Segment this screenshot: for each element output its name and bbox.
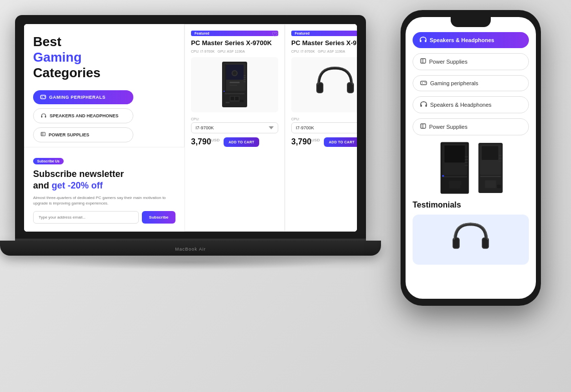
email-input[interactable] [33, 211, 139, 224]
phone-body: Speakers & Headphones Power Supplies Gam… [401, 10, 541, 306]
hero-title-best: Best [33, 34, 175, 50]
price-row-1: 3,790USD Add to Cart [191, 137, 278, 147]
category-label-gaming: Gaming Peripherals [49, 95, 106, 100]
products-area: Featured ♡ PC Master Series X-9700K CPU:… [184, 24, 357, 232]
svg-rect-34 [425, 40, 427, 43]
power-icon [41, 132, 46, 138]
product-specs-2: CPU: I7-9700K GPU: ASF 1190A [291, 50, 357, 53]
cpu-dropdown-1[interactable]: I7-9700K I9-9900K [191, 122, 278, 133]
cpu-label-1: CPU: [191, 117, 278, 121]
headphone-icon [41, 113, 47, 119]
phone-products-area [413, 140, 529, 195]
category-label-power: Power Supplies [49, 132, 89, 137]
svg-point-14 [233, 71, 237, 75]
svg-rect-61 [481, 146, 498, 160]
laptop-base: MacBook Air [0, 241, 381, 256]
category-btn-gaming-peripherals[interactable]: Gaming Peripherals [33, 90, 133, 104]
category-btn-power[interactable]: Power Supplies [33, 127, 133, 142]
product-specs-1: CPU: I7-9700K GPU: ASF 1190A [191, 50, 278, 53]
phone-headphone-icon-active [420, 37, 427, 44]
svg-rect-17 [225, 93, 245, 94]
testimonial-headphone-svg [451, 220, 491, 260]
add-to-cart-btn-1[interactable]: Add to Cart [224, 137, 259, 147]
featured-badge-2: Featured [291, 31, 357, 36]
svg-rect-71 [483, 239, 488, 248]
svg-rect-5 [41, 116, 43, 118]
svg-rect-33 [420, 40, 422, 43]
svg-rect-57 [460, 185, 466, 189]
phone-cat-label-power1: Power Supplies [429, 59, 467, 65]
subscribe-title-line2: and [33, 180, 52, 190]
laptop-screen-frame: Best Gaming Categories Gaming Peripheral… [15, 15, 366, 241]
phone-headphone-icon-2 [420, 101, 427, 108]
phone-cat-label-speakers-active: Speakers & Headphones [430, 37, 494, 43]
svg-rect-19 [231, 97, 234, 100]
phone-cat-btn-power1[interactable]: Power Supplies [413, 53, 529, 70]
svg-rect-21 [240, 100, 244, 102]
gamepad-icon [40, 94, 46, 100]
svg-rect-23 [225, 64, 226, 92]
svg-rect-20 [235, 97, 239, 100]
testimonial-card [413, 215, 529, 265]
product-title-1: PC Master Series X-9700K [191, 39, 278, 48]
svg-rect-43 [421, 105, 422, 107]
hero-title-categories: Categories [33, 65, 175, 81]
svg-rect-28 [224, 91, 225, 92]
phone-cat-label-gaming: Gaming peripherals [430, 80, 478, 86]
svg-rect-67 [497, 185, 501, 188]
phone-cat-btn-power2[interactable]: Power Supplies [413, 118, 529, 135]
subscribe-title-line1: Subscribe newsletter [33, 169, 124, 179]
svg-rect-55 [442, 176, 467, 177]
wishlist-icon-1[interactable]: ♡ [272, 31, 278, 39]
phone-power-icon-1 [420, 58, 426, 65]
phone-cat-btn-speakers2[interactable]: Speakers & Headphones [413, 96, 529, 113]
pc-tower-svg [220, 61, 250, 108]
svg-point-3 [44, 96, 45, 97]
svg-point-41 [425, 82, 426, 83]
category-label-speakers: Speakers and Headphones [50, 113, 118, 118]
product-price-1: 3,790USD [191, 137, 220, 146]
svg-rect-65 [480, 176, 501, 177]
hero-title-gaming: Gaming [33, 50, 175, 65]
product-title-2: PC Master Series X-9700K [291, 39, 357, 48]
product-image-1 [191, 57, 278, 112]
subscribe-section: Subscribe Us Subscribe newsletter and ge… [24, 147, 184, 232]
phone-cat-btn-gaming[interactable]: Gaming peripherals [413, 75, 529, 91]
svg-rect-44 [426, 105, 427, 107]
svg-point-42 [425, 82, 426, 83]
category-btn-speakers[interactable]: Speakers and Headphones [33, 108, 133, 123]
phone-gamepad-icon [420, 80, 427, 86]
phone-power-icon-2 [420, 123, 426, 130]
svg-rect-15 [230, 82, 240, 83]
product-card-1: Featured ♡ PC Master Series X-9700K CPU:… [184, 24, 285, 232]
laptop-brand-label: MacBook Air [175, 247, 206, 252]
svg-rect-50 [444, 145, 465, 162]
phone-cat-btn-speakers-active[interactable]: Speakers & Headphones [413, 32, 529, 48]
add-to-cart-btn-2[interactable]: Add to Cart [324, 137, 357, 147]
screen-content: Best Gaming Categories Gaming Peripheral… [24, 24, 357, 232]
svg-rect-56 [449, 181, 461, 189]
featured-badge-1: Featured [191, 31, 278, 36]
subscribe-title-accent: get -20% off [52, 180, 103, 190]
svg-rect-16 [230, 85, 237, 86]
phone-pc-tower-1 [438, 140, 472, 195]
phone-content: Speakers & Headphones Power Supplies Gam… [406, 17, 536, 299]
cpu-dropdown-2[interactable]: I7-9700K I9-9900K [291, 122, 357, 133]
laptop-shadow [40, 255, 341, 270]
laptop-device: Best Gaming Categories Gaming Peripheral… [15, 15, 376, 356]
testimonials-heading: Testimonials [413, 201, 529, 210]
svg-rect-6 [45, 116, 47, 118]
cpu-label-2: CPU: [291, 117, 357, 121]
phone-device: Speakers & Headphones Power Supplies Gam… [391, 10, 551, 336]
subscribe-badge: Subscribe Us [33, 158, 64, 164]
product-price-2: 3,790USD [291, 137, 320, 146]
subscribe-title: Subscribe newsletter and get -20% off [33, 168, 175, 192]
subscribe-description: Almost three-quarters of dedicated PC ga… [33, 195, 175, 206]
subscribe-form: Subscribe [33, 211, 175, 224]
svg-point-4 [45, 96, 46, 97]
screen-right-panel: Featured ♡ PC Master Series X-9700K CPU:… [184, 24, 357, 232]
subscribe-button[interactable]: Subscribe [142, 211, 175, 224]
hero-text: Best Gaming Categories [33, 34, 175, 81]
svg-rect-58 [442, 175, 444, 176]
laptop-screen: Best Gaming Categories Gaming Peripheral… [24, 24, 357, 232]
